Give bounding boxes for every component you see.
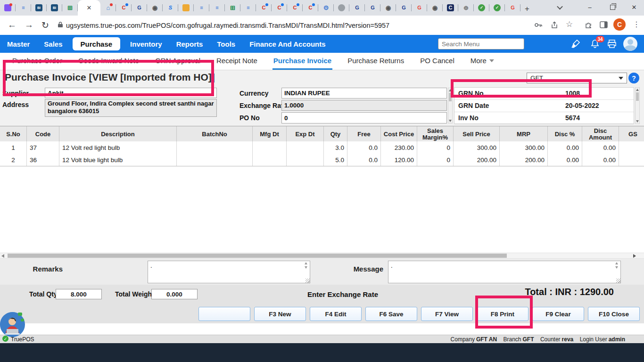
pinned-tab-g-color-icon[interactable]: G [412,0,427,16]
subnav-item-purchase-returns[interactable]: Purchase Returns [347,53,405,70]
column-header-qty[interactable]: Qty [324,126,347,142]
subnav-item-po-cancel[interactable]: PO Cancel [419,53,455,70]
active-tab[interactable]: ✕ [78,0,100,16]
restore-icon[interactable] [604,0,620,14]
nav-item-finance-and-accounts[interactable]: Finance And Accounts [242,35,332,53]
pinned-tab-gear-icon[interactable]: ⚙ [318,0,334,16]
fkey-button-f8-print[interactable]: F8 Print [477,307,528,321]
printer-icon[interactable] [607,39,617,51]
nav-item-master[interactable]: Master [0,35,37,53]
pinned-tab-g-dark-icon[interactable]: G [349,0,365,16]
remarks-resize-grip[interactable] [305,279,310,283]
tab-close-icon[interactable]: ✕ [87,4,92,11]
scroll-right-icon[interactable] [633,254,636,258]
fkey-button-blank[interactable] [198,307,250,321]
fkey-button-f9-clear[interactable]: F9 Clear [532,307,584,321]
subnav-item-purchase-invoice[interactable]: Purchase Invoice [272,53,332,70]
column-header-sales-margin-[interactable]: Sales Margin% [417,126,454,142]
theme-brush-icon[interactable] [570,39,581,51]
po-no-input[interactable] [281,112,447,123]
branch-select[interactable]: GFT [527,73,627,83]
pinned-tab-g-dark-icon[interactable]: G [396,0,412,16]
column-header-disc-[interactable]: Disc % [548,126,582,142]
url-bar[interactable]: ugsystems.true-pos.com/TruePOS/com.gofru… [66,22,389,29]
new-tab-icon[interactable]: + [520,2,534,16]
column-header-s-no[interactable]: S.No [0,126,27,142]
nav-item-purchase[interactable]: Purchase [73,37,121,50]
help-button[interactable]: ? [628,73,639,83]
pinned-tab-bi-icon[interactable]: BI [47,0,62,16]
pinned-tab-c-red-icon[interactable]: C [272,0,287,16]
forward-icon[interactable]: → [25,20,33,30]
back-icon[interactable]: ← [8,20,17,30]
subnav-item-more[interactable]: More [470,53,495,70]
column-header-disc-amount[interactable]: Disc Amount [582,126,619,142]
pinned-tab-chat-icon[interactable] [0,0,16,16]
extensions-puzzle-icon[interactable] [585,21,592,31]
column-header-exp-dt[interactable]: Exp Dt [287,126,324,142]
column-header-free[interactable]: Free [347,126,381,142]
message-spinner[interactable] [615,262,620,272]
sidepanel-icon[interactable] [600,21,608,30]
pinned-tab-check-icon[interactable]: ✓ [474,0,489,16]
column-header-mrp[interactable]: MRP [500,126,548,142]
pinned-tab-bi-icon[interactable]: BI [31,0,47,16]
search-input[interactable] [438,38,524,49]
share-icon[interactable] [551,21,558,31]
column-header-gs[interactable]: GS [619,126,644,142]
pinned-tab-globe-icon[interactable]: ⊕ [458,0,474,16]
message-resize-grip[interactable] [616,279,620,283]
reload-icon[interactable]: ↻ [41,20,49,31]
subnav-item-receipt-note[interactable]: Receipt Note [215,53,258,70]
currency-input[interactable] [281,88,447,99]
table-row[interactable]: 13712 Volt red light bulb3.00.0230.00030… [0,141,644,154]
pinned-tab-doc-icon[interactable]: ≡ [16,0,31,16]
pinned-tab-home-icon[interactable]: ⌂ [100,0,116,16]
nav-item-tools[interactable]: Tools [210,35,242,53]
user-avatar[interactable] [623,37,637,51]
column-header-cost-price[interactable]: Cost Price [381,126,417,142]
browser-profile-avatar[interactable]: C [613,18,626,31]
scrollbar-thumb[interactable] [8,254,507,258]
browser-menu-dots-icon[interactable]: ⋮ [633,20,640,29]
fkey-button-f3-new[interactable]: F3 New [254,307,306,321]
bookmark-star-icon[interactable]: ☆ [566,19,573,29]
pinned-tab-g-dark-icon[interactable]: G [132,0,147,16]
key-icon[interactable] [534,21,543,31]
pinned-tab-c-red-icon[interactable]: C [287,0,303,16]
supplier-input[interactable] [45,88,217,98]
form-scrollbar[interactable] [448,88,453,123]
pinned-tab-doc-icon[interactable]: ≡ [240,0,256,16]
chevron-down-icon[interactable] [552,0,568,14]
pinned-tab-c-red-icon[interactable]: C [116,0,132,16]
pinned-tab-robot-icon[interactable] [334,0,349,16]
pinned-tab-c-red-icon[interactable]: C [256,0,272,16]
nav-item-reports[interactable]: Reports [169,35,210,53]
fkey-button-f7-view[interactable]: F7 View [421,307,473,321]
close-icon[interactable]: ✕ [626,0,642,14]
fkey-button-f10-close[interactable]: F10 Close [588,307,640,321]
fkey-button-f6-save[interactable]: F6 Save [365,307,417,321]
message-textarea[interactable]: . [388,261,621,283]
pinned-tab-folder-icon[interactable] [178,0,194,16]
column-header-mfg-dt[interactable]: Mfg Dt [253,126,287,142]
remarks-spinner[interactable] [304,262,310,272]
pinned-tab-g-dark-icon[interactable]: G [365,0,380,16]
subnav-item-purchase-order[interactable]: Purchase Order [11,53,63,70]
pinned-tab-c-red-icon[interactable]: C [303,0,318,16]
pinned-tab-doc-icon[interactable]: ≡ [209,0,225,16]
column-header-code[interactable]: Code [27,126,59,142]
column-header-sell-price[interactable]: Sell Price [454,126,500,142]
minimize-icon[interactable]: – [582,0,598,14]
pinned-tab-s-blue-icon[interactable]: S [163,0,178,16]
nav-item-sales[interactable]: Sales [37,35,69,53]
column-header-description[interactable]: Description [59,126,177,142]
subnav-item-goods-inward-note[interactable]: Goods Inward Note [77,53,140,70]
pinned-tab-sheet-icon[interactable]: ⊞ [62,0,78,16]
pinned-tab-chrome-icon[interactable]: ◉ [147,0,163,16]
fkey-button-f4-edit[interactable]: F4 Edit [310,307,362,321]
column-header-batchno[interactable]: BatchNo [177,126,253,142]
pinned-tab-c-dark-icon[interactable]: C [443,0,458,16]
pinned-tab-chrome-icon[interactable]: ◉ [380,0,396,16]
pinned-tab-check-icon[interactable]: ✓ [489,0,505,16]
